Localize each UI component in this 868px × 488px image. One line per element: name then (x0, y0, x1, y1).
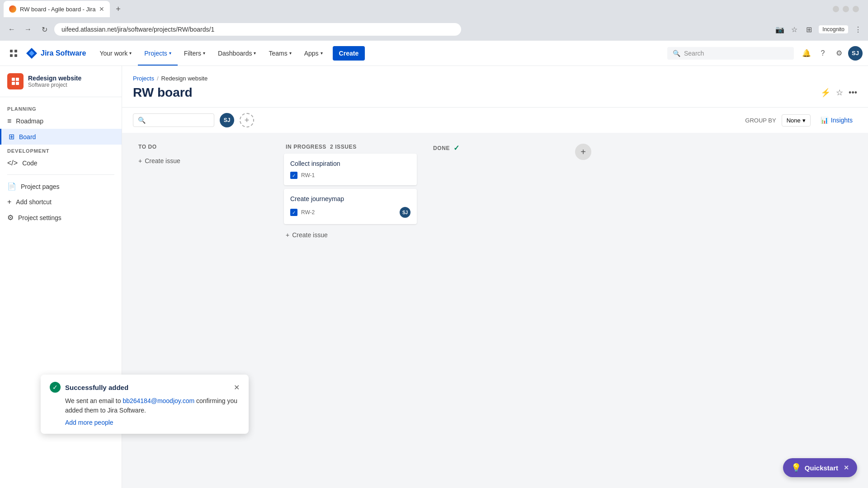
top-nav: Jira Software Your work ▾ Projects ▾ Fil… (0, 41, 868, 66)
nav-filters[interactable]: Filters ▾ (178, 41, 212, 66)
notifications-icon[interactable]: 🔔 (799, 46, 814, 61)
card-rw2[interactable]: Create journeymap ✓ RW-2 SJ (284, 189, 417, 224)
add-shortcut-icon: + (7, 198, 11, 206)
menu-icon[interactable]: ⋮ (854, 25, 863, 34)
sidebar-item-code[interactable]: </> Code (0, 155, 122, 171)
svg-rect-2 (10, 54, 13, 57)
maximize-button[interactable] (843, 6, 849, 12)
star-icon[interactable]: ☆ (836, 88, 843, 98)
board-icon: ⊞ (9, 132, 14, 141)
help-icon[interactable]: ? (816, 46, 830, 61)
close-window-button[interactable] (853, 6, 859, 12)
planning-section-label: PLANNING (0, 103, 122, 113)
sidebar-item-add-shortcut[interactable]: + Add shortcut (0, 194, 122, 210)
nav-teams[interactable]: Teams ▾ (262, 41, 297, 66)
active-tab[interactable]: RW board - Agile board - Jira ✕ (4, 1, 110, 17)
create-issue-inprogress[interactable]: + Create issue (284, 228, 417, 242)
minimize-button[interactable] (833, 6, 839, 12)
more-icon[interactable]: ••• (849, 88, 857, 98)
chevron-down-icon: ▾ (203, 51, 205, 56)
board-user-avatar[interactable]: SJ (220, 113, 234, 127)
add-member-icon[interactable]: + (240, 113, 254, 127)
insights-button[interactable]: 📊 Insights (816, 114, 857, 126)
code-icon: </> (7, 159, 18, 167)
card-rw1[interactable]: Collect inspiration ✓ RW-1 (284, 154, 417, 185)
create-issue-todo[interactable]: + Create issue (137, 154, 269, 168)
search-box[interactable]: 🔍 Search (667, 47, 794, 60)
quickstart-button[interactable]: 💡 Quickstart ✕ (783, 458, 857, 477)
card-title-rw2: Create journeymap (290, 195, 410, 202)
svg-rect-0 (10, 50, 13, 52)
svg-rect-1 (14, 50, 17, 52)
code-label: Code (22, 160, 37, 167)
apps-grid-icon[interactable] (5, 45, 22, 61)
development-section-label: DEVELOPMENT (0, 145, 122, 155)
back-button[interactable]: ← (5, 23, 18, 36)
add-more-people-link[interactable]: Add more people (50, 419, 113, 426)
board-area: TO DO + Create issue IN PROGRESS 2 ISSUE… (122, 133, 868, 488)
group-by-value: None (787, 117, 801, 124)
sidebar-item-roadmap[interactable]: ≡ Roadmap (0, 113, 122, 129)
breadcrumb-projects[interactable]: Projects (133, 75, 154, 82)
settings-icon[interactable]: ⚙ (832, 46, 846, 61)
bookmark-icon[interactable]: ☆ (790, 25, 799, 34)
sidebar-divider (7, 174, 114, 175)
column-inprogress: IN PROGRESS 2 ISSUES Collect inspiration… (280, 140, 420, 276)
group-by-select[interactable]: None ▾ (782, 114, 811, 127)
address-bar: ← → ↻ uifeed.atlassian.net/jira/software… (0, 18, 868, 41)
column-body-todo: + Create issue (133, 154, 273, 168)
svg-rect-4 (12, 78, 15, 81)
nav-apps[interactable]: Apps ▾ (298, 41, 329, 66)
success-icon: ✓ (50, 382, 61, 393)
sidebar-item-project-settings[interactable]: ⚙ Project settings (0, 210, 122, 225)
browser-actions: 📷 ☆ ⊞ Incognito ⋮ (775, 25, 863, 34)
search-icon: 🔍 (673, 50, 680, 57)
plus-icon: + (286, 231, 289, 239)
nav-projects[interactable]: Projects ▾ (138, 41, 178, 66)
sidebar-item-project-pages[interactable]: 📄 Project pages (0, 178, 122, 194)
svg-rect-5 (16, 78, 19, 81)
tab-close-icon[interactable]: ✕ (99, 5, 104, 13)
done-check-icon: ✓ (453, 144, 460, 152)
nav-your-work[interactable]: Your work ▾ (93, 41, 138, 66)
chevron-down-icon: ▾ (289, 51, 292, 56)
breadcrumb: Projects / Redesign website (133, 75, 857, 82)
forward-button[interactable]: → (22, 23, 34, 36)
refresh-button[interactable]: ↻ (38, 23, 51, 36)
add-column-button[interactable]: + (575, 144, 591, 160)
nav-dashboards[interactable]: Dashboards ▾ (212, 41, 263, 66)
sidebar-item-board[interactable]: ⊞ Board (0, 129, 122, 145)
card-id-rw2: RW-2 (301, 209, 315, 216)
insights-label: Insights (831, 117, 853, 124)
jira-logo[interactable]: Jira Software (25, 47, 86, 60)
board-search[interactable]: 🔍 (133, 113, 214, 127)
column-body-inprogress: Collect inspiration ✓ RW-1 Create journe… (280, 154, 420, 242)
quickstart-label: Quickstart (805, 464, 838, 472)
new-tab-button[interactable]: + (112, 3, 124, 15)
card-title-rw1: Collect inspiration (290, 160, 410, 167)
lightning-icon[interactable]: ⚡ (821, 88, 830, 98)
toast-close-button[interactable]: ✕ (234, 383, 240, 392)
user-avatar[interactable]: SJ (848, 46, 863, 61)
page-title-row: RW board ⚡ ☆ ••• (133, 85, 857, 100)
column-title-todo: TO DO (138, 144, 157, 150)
column-header-done: DONE ✓ (428, 140, 568, 156)
roadmap-icon: ≡ (7, 117, 11, 125)
create-button[interactable]: Create (333, 46, 365, 61)
group-by-label: GROUP BY (745, 117, 776, 124)
chevron-down-icon: ▾ (254, 51, 256, 56)
url-field[interactable]: uifeed.atlassian.net/jira/software/proje… (54, 23, 461, 36)
page-header: Projects / Redesign website RW board ⚡ ☆… (122, 66, 868, 108)
search-placeholder: Search (684, 50, 704, 57)
toast-body: We sent an email to bb264184@moodjoy.com… (50, 396, 240, 415)
column-title-done: DONE (433, 145, 450, 151)
toast-body-prefix: We sent an email to (65, 397, 123, 404)
card-avatar-rw2: SJ (400, 207, 410, 218)
column-header-inprogress: IN PROGRESS 2 ISSUES (280, 140, 420, 154)
camera-icon[interactable]: 📷 (775, 25, 784, 34)
extension-icon[interactable]: ⊞ (804, 25, 813, 34)
svg-rect-7 (16, 82, 19, 85)
card-id-rw1: RW-1 (301, 172, 315, 178)
quickstart-close-icon[interactable]: ✕ (844, 464, 849, 471)
column-done: DONE ✓ (428, 140, 568, 276)
